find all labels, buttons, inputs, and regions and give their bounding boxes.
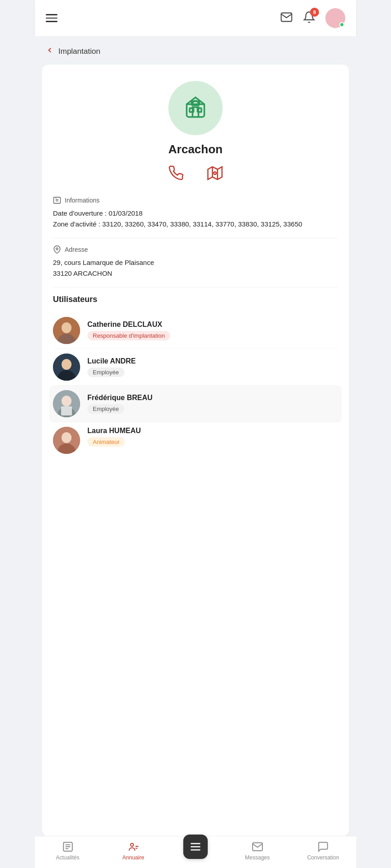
address-line1: 29, cours Lamarque de Plaisance (53, 257, 338, 268)
store-avatar (168, 81, 223, 135)
nav-label: Actualités (56, 854, 80, 861)
section-divider-1 (53, 238, 338, 238)
svg-point-7 (214, 172, 216, 175)
store-icon (184, 95, 207, 121)
user-info: Lucile ANDRE Employée (87, 357, 338, 377)
user-name: Laura HUMEAU (87, 427, 338, 435)
hamburger-menu[interactable] (46, 14, 57, 22)
address-section: Adresse 29, cours Lamarque de Plaisance … (42, 245, 349, 279)
online-indicator (339, 22, 344, 27)
store-name: Arcachon (42, 142, 349, 156)
svg-rect-3 (197, 108, 201, 112)
notification-bell[interactable]: 8 (303, 11, 315, 25)
user-role-badge: Animateur (87, 437, 125, 447)
user-name: Lucile ANDRE (87, 357, 338, 365)
address-label: Adresse (65, 246, 88, 253)
bottom-navigation: Actualités Annuaire Messag (35, 836, 356, 868)
notification-badge: 8 (310, 8, 319, 17)
messages-icon (252, 841, 263, 853)
avatar (53, 390, 80, 417)
avatar (53, 427, 80, 454)
nav-label: Messages (245, 854, 270, 861)
user-avatar[interactable] (325, 8, 345, 28)
svg-point-30 (130, 843, 134, 846)
directory-icon (128, 841, 139, 853)
users-section-title: Utilisateurs (53, 295, 338, 304)
address-line2: 33120 ARCACHON (53, 268, 338, 279)
phone-icon[interactable] (168, 165, 184, 183)
back-navigation: Implantation (35, 36, 356, 61)
user-name: Catherine DELCLAUX (87, 321, 338, 329)
user-role-badge: Employée (87, 368, 124, 377)
svg-rect-8 (54, 197, 61, 203)
info-section: Informations Date d'ouverture : 01/03/20… (42, 196, 349, 230)
user-role-badge: Responsable d'implantation (87, 331, 170, 340)
info-section-label: Informations (65, 197, 100, 204)
user-role-badge: Employée (87, 404, 124, 414)
center-menu-button[interactable] (183, 835, 208, 859)
user-name: Frédérique BREAU (87, 394, 338, 402)
store-avatar-section (42, 65, 349, 142)
header-right: 8 (280, 8, 345, 28)
conversation-icon (317, 841, 329, 853)
menu-center-icon (189, 840, 202, 853)
avatar (53, 354, 80, 381)
nav-label-active: Annuaire (123, 854, 144, 861)
user-item[interactable]: Lucile ANDRE Employée (53, 349, 338, 386)
map-icon[interactable] (207, 165, 223, 183)
nav-label: Conversation (307, 854, 339, 861)
avatar (53, 317, 80, 344)
users-section: Utilisateurs Catherine DELCLAUX Responsa… (42, 295, 349, 454)
opening-date: Date d'ouverture : 01/03/2018 (53, 208, 338, 219)
address-title: Adresse (53, 245, 338, 254)
user-info: Frédérique BREAU Employée (87, 394, 338, 414)
info-title: Informations (53, 196, 338, 204)
section-divider-2 (53, 287, 338, 288)
user-info: Laura HUMEAU Animateur (87, 427, 338, 447)
svg-point-24 (62, 432, 72, 443)
svg-point-20 (62, 396, 72, 406)
svg-marker-4 (208, 167, 222, 179)
svg-point-12 (56, 248, 58, 250)
nav-item-conversation[interactable]: Conversation (307, 841, 339, 861)
nav-item-annuaire[interactable]: Annuaire (118, 841, 149, 861)
user-info: Catherine DELCLAUX Responsable d'implant… (87, 321, 338, 340)
nav-item-actualites[interactable]: Actualités (52, 841, 84, 861)
svg-point-17 (62, 359, 72, 370)
svg-rect-2 (190, 108, 194, 112)
back-button[interactable] (46, 46, 54, 57)
nav-item-messages[interactable]: Messages (242, 841, 273, 861)
user-item[interactable]: Frédérique BREAU Employée (49, 386, 342, 422)
mail-icon[interactable] (280, 11, 293, 25)
page-title: Implantation (58, 47, 100, 56)
action-icons (42, 165, 349, 183)
user-item[interactable]: Laura HUMEAU Animateur (53, 422, 338, 454)
user-item[interactable]: Catherine DELCLAUX Responsable d'implant… (53, 312, 338, 349)
activity-zone: Zone d'activité : 33120, 33260, 33470, 3… (53, 219, 338, 230)
news-icon (62, 841, 74, 853)
svg-rect-22 (61, 406, 72, 415)
svg-point-14 (62, 322, 72, 333)
content-card: Arcachon (42, 65, 349, 836)
app-header: 8 (35, 0, 356, 36)
